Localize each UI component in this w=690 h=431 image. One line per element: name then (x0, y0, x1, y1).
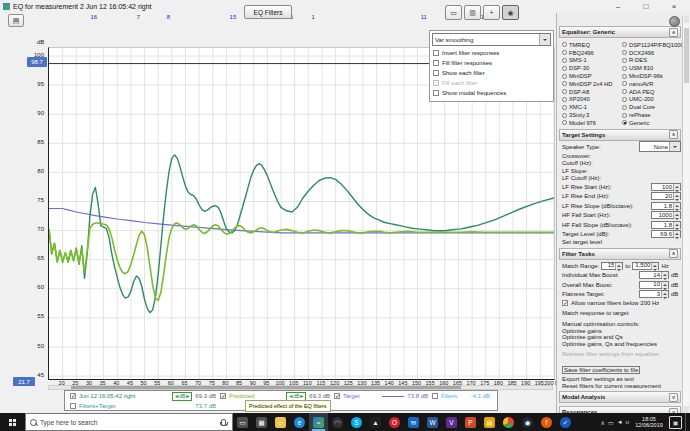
radio-button[interactable] (562, 105, 567, 110)
taskbar-app-firefox-button[interactable]: f (537, 413, 556, 431)
taskbar-app-mail-button[interactable]: ✉ (404, 413, 423, 431)
radio-button[interactable] (622, 113, 627, 118)
radio-button[interactable] (562, 97, 567, 102)
radio-button[interactable] (562, 74, 567, 79)
export-filter-settings-as-text-link[interactable]: Export filter settings as text (559, 376, 681, 383)
radio-button[interactable] (622, 50, 627, 55)
filter-display-option[interactable]: Show each filter (432, 68, 551, 78)
checkbox[interactable] (433, 70, 439, 76)
equaliser-option-tmreq[interactable]: TMREQ (562, 41, 622, 49)
checkbox[interactable] (433, 50, 439, 56)
collapse-icon[interactable]: ∧ (669, 28, 678, 37)
equaliser-option-nanoavr[interactable]: nanoAVR (622, 80, 684, 88)
target-field-2-field[interactable]: 1.8 (651, 202, 681, 210)
equaliser-option-minidsp[interactable]: MiniDSP (562, 72, 622, 80)
equaliser-option-dsp-a8[interactable]: DSP A8 (562, 88, 622, 96)
modal-analysis-section-header[interactable]: Modal Analysis ∨ (559, 391, 681, 403)
legend-checkbox[interactable] (220, 393, 226, 399)
filter-tasks-section-header[interactable]: Filter Tasks ∧ (559, 248, 681, 260)
target-field-3-field[interactable]: 1000 (651, 211, 681, 219)
microphone-icon[interactable] (221, 419, 226, 426)
taskbar-app-photos-button[interactable]: ▲ (366, 413, 385, 431)
taskbar-app-powerpoint-button[interactable]: P (461, 413, 480, 431)
radio-button[interactable] (622, 42, 627, 47)
equaliser-option-usm-810[interactable]: USM 810 (622, 64, 684, 72)
radio-button[interactable] (622, 58, 627, 63)
filter-task-field-0-field[interactable]: 14 (639, 271, 669, 279)
equaliser-option-xmc-1[interactable]: XMC-1 (562, 103, 622, 111)
tray-volume-icon[interactable]: ◄ (617, 419, 623, 425)
set-target-level-link[interactable]: Set target level (559, 239, 681, 246)
smoothing-dropdown[interactable]: Var smoothing (432, 33, 551, 46)
chevron-down-icon[interactable] (539, 34, 550, 45)
action-center-icon[interactable]: ▣ (669, 416, 682, 429)
frequency-axis-button[interactable]: ▥ (464, 5, 481, 20)
match-range-from-field[interactable]: 15 (601, 262, 623, 270)
match-range-to-field[interactable]: 1,500 (632, 262, 659, 270)
panel-scrollbar-thumb[interactable] (684, 28, 689, 83)
target-field-0-field[interactable]: 100 (651, 183, 681, 191)
radio-button[interactable] (622, 66, 627, 71)
filter-display-option[interactable]: Fill filter responses (432, 58, 551, 68)
taskbar-app-notes-button[interactable]: ▤ (480, 413, 499, 431)
filter-task-field-1-field[interactable]: 10 (639, 281, 669, 289)
show-desktop-button[interactable] (685, 413, 689, 431)
radio-button[interactable] (622, 81, 627, 86)
equaliser-option-dual-core[interactable]: Dual Core (622, 103, 684, 111)
taskbar-app-edge-button[interactable]: e (290, 413, 309, 431)
save-filter-coefficients-to-file-link[interactable]: Save filter coefficients to file (562, 366, 640, 374)
capture-button[interactable]: ◉ (502, 5, 519, 20)
radio-button[interactable] (562, 113, 567, 118)
tray-expand-icon[interactable]: ∧ (601, 419, 605, 426)
start-button[interactable] (0, 413, 25, 431)
radio-button[interactable] (562, 120, 567, 125)
radio-button[interactable] (622, 120, 627, 125)
legend-checkbox[interactable] (70, 393, 76, 399)
radio-button[interactable] (562, 89, 567, 94)
equaliser-option-sms-1[interactable]: SMS-1 (562, 57, 622, 65)
filter-display-option[interactable]: Invert filter responses (432, 48, 551, 58)
equaliser-option-generic[interactable]: Generic (622, 119, 684, 127)
taskbar-app-dark-round-button[interactable]: ◠ (328, 413, 347, 431)
radio-button[interactable] (622, 97, 627, 102)
eq-filters-button[interactable]: EQ Filters (244, 5, 292, 19)
chevron-down-icon[interactable] (669, 142, 680, 151)
equaliser-option-3sixty-3[interactable]: 3Sixty.3 (562, 111, 622, 119)
equaliser-option-minidsp-96k[interactable]: MiniDSP-96k (622, 72, 684, 80)
collapse-icon[interactable]: ∨ (669, 393, 678, 402)
match-response-link[interactable]: Match response to target (559, 310, 681, 317)
taskbar-app-file-explorer-button[interactable]: ▱ (271, 413, 290, 431)
allow-narrow-checkbox[interactable] (562, 300, 568, 306)
equaliser-option-dsp1124p-fbq1000[interactable]: DSP1124P/FBQ1000 (622, 41, 684, 49)
panel-scrollbar[interactable] (682, 16, 690, 413)
taskbar-clock[interactable]: 18:05 12/06/2019 (632, 416, 666, 428)
scroll-up-icon[interactable] (684, 16, 689, 23)
checkbox[interactable] (433, 60, 439, 66)
legend-checkbox[interactable] (432, 393, 438, 399)
tray-user-icon[interactable]: ʊ (626, 419, 629, 425)
radio-button[interactable] (562, 58, 567, 63)
equaliser-option-umc-200[interactable]: UMC-200 (622, 96, 684, 104)
taskbar-app-skype-button[interactable]: S (347, 413, 366, 431)
equaliser-option-dcx2496[interactable]: DCX2496 (622, 49, 684, 57)
graph-limits-button[interactable]: ▭ (445, 5, 462, 20)
equaliser-option-minidsp-2x4-hd[interactable]: MiniDSP 2x4 HD (562, 80, 622, 88)
optimise-link[interactable]: Optimise gains and Qs (559, 334, 681, 341)
taskbar-app-steam-button[interactable]: ◉ (518, 413, 537, 431)
reset-filters-for-current-measurement-link[interactable]: Reset filters for current measurement (559, 383, 681, 390)
legend-checkbox[interactable] (70, 403, 76, 409)
equaliser-option-ada-peq[interactable]: ADA PEQ (622, 88, 684, 96)
radio-button[interactable] (622, 74, 627, 79)
db-offset-widget[interactable]: ◄dB► (172, 392, 192, 401)
equaliser-option-model-976[interactable]: Model 976 (562, 119, 622, 127)
taskbar-app-opera-button[interactable]: O (385, 413, 404, 431)
equaliser-option-dsp-30[interactable]: DSP-30 (562, 64, 622, 72)
collapse-icon[interactable]: ∧ (669, 130, 678, 139)
checkbox[interactable] (433, 90, 439, 96)
radio-button[interactable] (562, 66, 567, 71)
taskbar-app-calculator-button[interactable]: ▦ (252, 413, 271, 431)
taskbar-app-rew-button[interactable]: ≈ (309, 413, 328, 431)
filter-display-option[interactable]: Show modal frequences (432, 88, 551, 98)
equaliser-option-rephase[interactable]: rePhase (622, 111, 684, 119)
taskbar-app-word-button[interactable]: W (423, 413, 442, 431)
